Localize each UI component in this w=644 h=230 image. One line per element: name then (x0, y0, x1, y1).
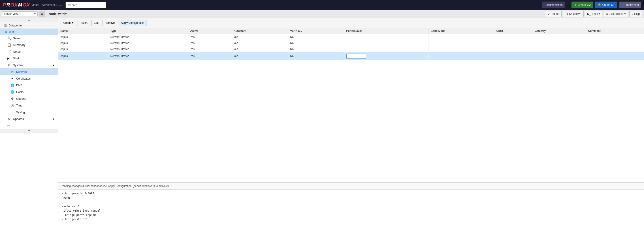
apply-config-button[interactable]: Apply Configuration (118, 20, 147, 26)
sidebar-notes-label: Notes (13, 50, 20, 53)
server-bar: Server View ▾ ⚙ Node 'witch' ↺ Reboot ⏻ … (0, 10, 644, 18)
gear-button[interactable]: ⚙ (39, 11, 45, 17)
sidebar-syslog-label: Syslog (16, 110, 25, 114)
col-active[interactable]: Active (188, 28, 231, 34)
search-icon: 🔍 (7, 36, 11, 40)
server-view-label: Server View (4, 12, 18, 16)
node-label: witch (9, 30, 16, 33)
bulk-dropdown-icon: ▾ (624, 12, 626, 16)
shell-button[interactable]: ▶_ Shell ▾ (585, 11, 602, 17)
menu-icon: ≡ (606, 12, 608, 16)
remove-button[interactable]: Remove (102, 20, 117, 26)
sidebar-item-witch[interactable]: 🖥 witch (0, 29, 58, 35)
col-gateway[interactable]: Gateway (532, 28, 586, 34)
user-button[interactable]: 👤 root@pam (620, 2, 641, 8)
sidebar-item-updates[interactable]: ↻ Updates ▾ (0, 116, 58, 122)
sidebar-options-label: Options (16, 97, 26, 100)
reboot-icon: ↺ (548, 12, 550, 16)
sidebar-item-dns[interactable]: 🌐 DNS (0, 82, 58, 88)
sidebar-item-network[interactable]: ⇌ Network (0, 68, 58, 75)
col-name[interactable]: Name ↑ (58, 28, 108, 34)
sidebar-scroll-up[interactable]: ▲ (0, 18, 58, 22)
terminal-icon: ▶_ (588, 12, 591, 16)
node-icon: 🖥 (4, 30, 8, 33)
sidebar-hosts-label: Hosts (16, 90, 24, 94)
sidebar-updates-label: Updates (13, 117, 24, 121)
product-version: Virtual Environment 8.0.3 (32, 3, 62, 7)
shell-icon: ▶_ (7, 56, 11, 60)
col-vlan[interactable]: VLAN a... (288, 28, 344, 34)
sidebar-scroll-down[interactable]: ▼ (0, 129, 58, 133)
sidebar-item-search[interactable]: 🔍 Search (0, 35, 58, 42)
col-comment[interactable]: Comment (586, 28, 644, 34)
network-table: Name ↑ Type Active Autostart VLAN a... P… (58, 28, 644, 60)
sidebar-item-summary[interactable]: 📋 Summary (0, 42, 58, 48)
sidebar-certificates-label: Certificates (16, 77, 31, 80)
sidebar-item-options[interactable]: ⚙ Options (0, 95, 58, 102)
system-expand-icon: ▾ (53, 63, 54, 67)
main-layout: ▲ 🏢 Datacenter 🖥 witch 🔍 Search 📋 Summar… (0, 18, 644, 230)
ct-icon: 📦 (598, 3, 601, 7)
col-ports[interactable]: Ports/Slaves (344, 28, 428, 34)
edit-button[interactable]: Edit (91, 20, 101, 26)
shell-dropdown-icon: ▾ (598, 12, 600, 16)
node-title: Node 'witch' (49, 12, 544, 16)
sidebar-summary-label: Summary (13, 43, 26, 47)
sidebar-item-syslog[interactable]: ☰ Syslog (0, 109, 58, 116)
sidebar-item-shell[interactable]: ▶_ Shell (0, 55, 58, 62)
sidebar-item-time[interactable]: 🕐 Time (0, 102, 58, 109)
power-icon: ⏻ (566, 12, 568, 16)
syslog-icon: ☰ (10, 110, 14, 114)
shutdown-button[interactable]: ⏻ Shutdown (563, 11, 583, 17)
search-input[interactable] (66, 2, 106, 8)
col-cidr[interactable]: CIDR (494, 28, 532, 34)
sidebar-item-notes[interactable]: 📄 Notes (0, 48, 58, 55)
dns-icon: 🌐 (10, 83, 14, 87)
time-icon: 🕐 (10, 103, 14, 107)
options-icon: ⚙ (10, 97, 14, 100)
network-icon: ⇌ (10, 70, 14, 73)
col-bond[interactable]: Bond Mode (428, 28, 494, 34)
sidebar-system-label: System (13, 63, 22, 67)
sidebar-item-datacenter[interactable]: 🏢 Datacenter (0, 22, 58, 29)
col-autostart[interactable]: Autostart (231, 28, 288, 34)
bulk-actions-button[interactable]: ≡ Bulk Actions ▾ (604, 11, 628, 17)
reboot-button[interactable]: ↺ Reboot (545, 11, 562, 17)
create-network-button[interactable]: Create ▾ (61, 20, 76, 26)
revert-button[interactable]: Revert (77, 20, 90, 26)
sidebar-item-hosts[interactable]: 🌐 Hosts (0, 88, 58, 95)
updates-icon: ↻ (7, 117, 11, 121)
sidebar-item-dash: — (0, 122, 58, 129)
sidebar-dns-label: DNS (16, 84, 22, 87)
col-type[interactable]: Type (108, 28, 188, 34)
datacenter-icon: 🏢 (4, 24, 7, 27)
vm-icon: 🖥 (574, 3, 577, 7)
user-icon: 👤 (622, 3, 625, 7)
sidebar-item-certificates[interactable]: ✦ Certificates (0, 75, 58, 82)
documentation-button[interactable]: Documentation (542, 2, 565, 8)
table-row[interactable]: enp2s0Network DeviceYesYesNo (58, 40, 644, 46)
notes-icon: 📄 (7, 50, 11, 53)
sidebar-item-system[interactable]: ⚙ System ▾ (0, 62, 58, 68)
sidebar-network-label: Network (16, 70, 27, 73)
ports-slaves-input[interactable] (346, 54, 366, 59)
create-vm-button[interactable]: 🖥 Create VM (572, 2, 593, 8)
gear-icon: ⚙ (41, 12, 44, 16)
table-row[interactable]: enp1s0Network DeviceYesYesNo (58, 34, 644, 40)
table-row[interactable]: enp4s0Network DeviceYesYesNo (58, 52, 644, 60)
pending-section: Pending changes (Either reboot or use 'A… (58, 182, 644, 230)
top-header: P R OX M OX Virtual Environment 8.0.3 Do… (0, 0, 644, 10)
table-row[interactable]: enp3s0Network DeviceYesYesNo (58, 46, 644, 52)
pending-header: Pending changes (Either reboot or use 'A… (58, 183, 644, 190)
certificates-icon: ✦ (10, 77, 14, 80)
create-ct-button[interactable]: 📦 Create CT (595, 2, 617, 8)
server-view-select[interactable]: Server View ▾ (2, 12, 38, 16)
sidebar-time-label: Time (16, 104, 22, 107)
system-icon: ⚙ (7, 63, 11, 67)
create-dropdown-icon: ▾ (72, 21, 74, 25)
updates-expand-icon: ▾ (53, 117, 54, 121)
network-table-wrapper[interactable]: Name ↑ Type Active Autostart VLAN a... P… (58, 28, 644, 182)
help-button[interactable]: ? Help (630, 11, 642, 17)
dropdown-arrow-icon: ▾ (34, 12, 36, 16)
logo: P R OX M OX Virtual Environment 8.0.3 (3, 2, 62, 8)
